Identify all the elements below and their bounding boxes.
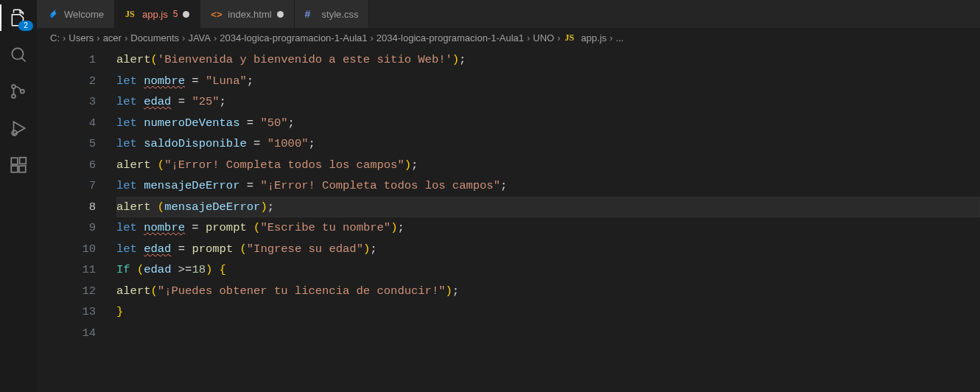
explorer-icon[interactable]: 2 [8, 7, 29, 28]
svg-rect-8 [11, 166, 18, 172]
breadcrumb-segment[interactable]: acer [103, 32, 122, 43]
code-line[interactable]: } [116, 301, 980, 323]
svg-line-1 [22, 58, 26, 62]
tab-label: index.html [228, 9, 271, 20]
file-icon: JS [565, 32, 577, 44]
editor-group: WelcomeJSapp.js5<>index.html#style.css C… [37, 0, 980, 392]
code-line[interactable]: alert('Bienvenida y bienvenido a este si… [116, 49, 980, 71]
svg-point-0 [12, 48, 23, 59]
file-icon [47, 8, 59, 20]
file-icon: JS [125, 8, 137, 21]
breadcrumb-file[interactable]: app.js [581, 32, 607, 43]
tab-index-html[interactable]: <>index.html [200, 0, 294, 28]
line-number: 11 [37, 259, 96, 281]
chevron-right-icon: › [125, 32, 127, 43]
dirty-indicator-icon [183, 11, 189, 18]
code-line[interactable]: alert ("¡Error! Completa todos los campo… [116, 155, 980, 176]
code-line[interactable]: let edad = "25"; [116, 91, 980, 113]
code-line[interactable]: let saldoDisponible = "1000"; [116, 133, 980, 155]
chevron-right-icon: › [214, 32, 217, 43]
line-number: 6 [37, 155, 96, 176]
chevron-right-icon: › [609, 32, 612, 43]
breadcrumb[interactable]: C:›Users›acer›Documents›JAVA›2034-logica… [37, 28, 980, 48]
extensions-icon[interactable] [8, 155, 29, 175]
activity-bar: 2 [0, 0, 37, 392]
tab-label: Welcome [64, 9, 104, 20]
code-line[interactable]: let nombre = "Luna"; [116, 71, 980, 92]
tab-welcome[interactable]: Welcome [37, 0, 115, 28]
line-number: 8 [37, 197, 96, 218]
chevron-right-icon: › [527, 32, 530, 43]
breadcrumb-segment[interactable]: C: [50, 32, 60, 43]
code-line[interactable]: alert("¡Puedes obtener tu licencia de co… [116, 281, 980, 302]
search-icon[interactable] [8, 44, 29, 65]
file-icon: # [305, 8, 317, 20]
code-line[interactable] [116, 323, 980, 344]
breadcrumb-segment[interactable]: 2034-logica-programacion-1-Aula1 [377, 32, 524, 43]
tab-label: style.css [322, 9, 359, 20]
tab-bar: WelcomeJSapp.js5<>index.html#style.css [37, 0, 980, 28]
line-number: 14 [37, 323, 96, 344]
file-icon: <> [211, 8, 223, 20]
chevron-right-icon: › [370, 32, 373, 43]
breadcrumb-segment[interactable]: 2034-logica-programacion-1-Aula1 [220, 32, 367, 43]
chevron-right-icon: › [557, 32, 560, 43]
tab-app-js[interactable]: JSapp.js5 [115, 0, 200, 28]
tab-label: app.js [142, 9, 168, 20]
code-line[interactable]: let numeroDeVentas = "50"; [116, 113, 980, 134]
tab-style-css[interactable]: #style.css [295, 0, 370, 28]
svg-marker-5 [14, 122, 25, 134]
breadcrumb-segment[interactable]: UNO [533, 32, 554, 43]
run-debug-icon[interactable] [8, 118, 29, 139]
code-line[interactable]: let nombre = prompt ("Escribe tu nombre"… [116, 217, 980, 239]
svg-rect-7 [11, 158, 18, 164]
line-number: 13 [37, 301, 96, 323]
breadcrumb-segment[interactable]: Users [69, 32, 94, 43]
chevron-right-icon: › [97, 32, 99, 43]
line-number: 7 [37, 175, 96, 197]
line-number: 9 [37, 217, 96, 239]
line-number: 1 [37, 49, 96, 71]
svg-rect-10 [20, 158, 27, 164]
code-editor[interactable]: 1234567891011121314 alert('Bienvenida y … [37, 48, 980, 392]
code-line[interactable]: let edad = prompt ("Ingrese su edad"); [116, 239, 980, 260]
line-number: 12 [37, 281, 96, 302]
dirty-indicator-icon [277, 11, 284, 18]
line-number: 10 [37, 239, 96, 260]
svg-point-3 [12, 94, 15, 98]
line-number-gutter: 1234567891011121314 [37, 48, 116, 392]
code-line[interactable]: If (edad >=18) { [116, 259, 980, 281]
code-area[interactable]: alert('Bienvenida y bienvenido a este si… [116, 48, 980, 392]
chevron-right-icon: › [63, 32, 66, 43]
chevron-right-icon: › [182, 32, 185, 43]
explorer-badge: 2 [18, 21, 33, 31]
breadcrumb-segment[interactable]: Documents [130, 32, 179, 43]
problems-count: 5 [173, 9, 178, 19]
breadcrumb-segment[interactable]: JAVA [188, 32, 211, 43]
code-line[interactable]: alert (mensajeDeError); [116, 197, 980, 218]
svg-rect-9 [19, 166, 26, 172]
window: 2 WelcomeJSapp.js5<>index.html#style.css… [0, 0, 980, 392]
line-number: 4 [37, 113, 96, 134]
code-line[interactable]: let mensajeDeError = "¡Error! Completa t… [116, 175, 980, 197]
source-control-icon[interactable] [8, 81, 29, 102]
svg-point-2 [12, 85, 15, 88]
line-number: 5 [37, 133, 96, 155]
breadcrumb-ellipsis[interactable]: ... [616, 32, 624, 43]
line-number: 2 [37, 71, 96, 92]
line-number: 3 [37, 91, 96, 113]
